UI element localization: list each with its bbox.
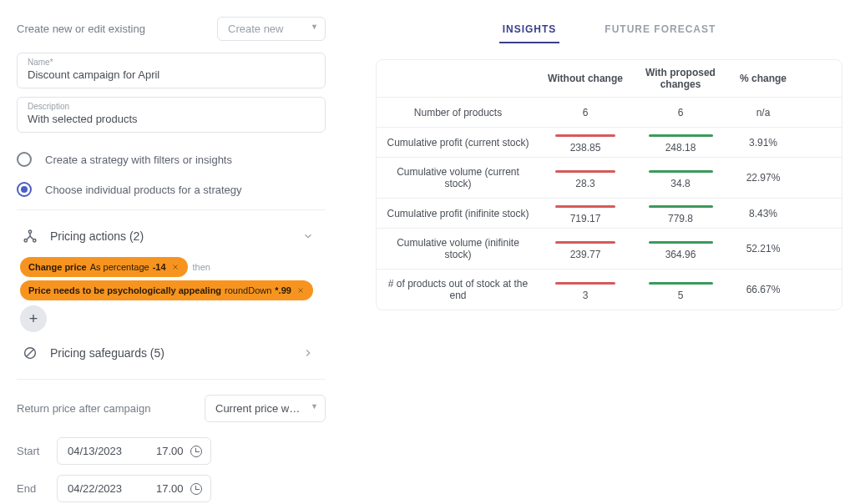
pricing-actions-section[interactable]: Pricing actions (2)	[17, 219, 326, 254]
end-label: End	[17, 482, 57, 495]
red-bar-icon	[555, 241, 615, 244]
return-price-value: Current price when c…	[215, 402, 326, 415]
chip-val: *.99	[275, 285, 291, 295]
clock-icon	[190, 483, 202, 495]
chip-mid: roundDown	[225, 285, 271, 295]
row-label: Cumulative volume (inifinite stock)	[377, 229, 539, 269]
pricing-actions-title: Pricing actions (2)	[50, 229, 291, 243]
table-row: Number of products66n/a	[377, 98, 842, 128]
return-price-label: Return price after campaign	[17, 402, 150, 415]
then-label: then	[193, 262, 210, 272]
red-bar-icon	[555, 282, 615, 285]
header-blank	[377, 70, 539, 87]
table-row: Cumulative volume (inifinite stock)239.7…	[377, 229, 842, 270]
row-label: Cumulative profit (current stock)	[377, 129, 539, 157]
red-bar-icon	[555, 170, 615, 173]
radio-checked-icon	[17, 182, 32, 197]
start-date: 04/13/2023	[58, 438, 148, 464]
close-icon[interactable]	[296, 286, 305, 295]
psych-price-chip[interactable]: Price needs to be psychologically appeal…	[20, 280, 313, 300]
row-value: 5	[631, 277, 730, 303]
block-icon	[22, 345, 38, 360]
chip-val: -14	[153, 262, 166, 272]
radio-icon	[17, 152, 32, 167]
row-change: 3.91%	[730, 130, 797, 155]
create-new-label: Create new	[228, 23, 283, 35]
row-label: Cumulative profit (inifinite stock)	[377, 199, 539, 228]
strategy-individual-option[interactable]: Choose individual products for a strateg…	[17, 178, 326, 201]
row-value: 6	[539, 100, 631, 125]
row-value: 34.8	[631, 165, 730, 191]
name-field[interactable]: Name* Discount campaign for April	[17, 53, 326, 88]
svg-point-2	[33, 239, 36, 242]
row-value: 779.8	[631, 200, 730, 226]
row-change: 22.97%	[730, 165, 797, 190]
pricing-safeguards-section[interactable]: Pricing safeguards (5)	[17, 335, 326, 370]
hub-icon	[22, 229, 38, 244]
row-label: # of products out of stock at the end	[377, 270, 539, 310]
row-value: 239.77	[539, 236, 631, 262]
clock-icon	[190, 446, 202, 457]
row-change: 8.43%	[730, 201, 797, 226]
table-row: Cumulative volume (current stock)28.334.…	[377, 158, 842, 199]
description-label: Description	[28, 102, 315, 111]
end-date: 04/22/2023	[58, 476, 148, 501]
divider	[17, 209, 326, 210]
tab-insights[interactable]: INSIGHTS	[499, 17, 560, 43]
safeguards-title: Pricing safeguards (5)	[50, 346, 291, 360]
green-bar-icon	[649, 205, 713, 208]
start-datetime[interactable]: 04/13/2023 17.00	[57, 437, 211, 465]
name-value: Discount campaign for April	[28, 68, 315, 81]
row-value: 248.18	[631, 129, 730, 155]
add-action-button[interactable]: +	[20, 305, 47, 332]
chip-prefix: Change price	[28, 262, 87, 272]
row-value: 719.17	[539, 200, 631, 226]
header-change: % change	[730, 66, 797, 91]
row-change: 52.21%	[730, 236, 797, 261]
chip-prefix: Price needs to be psychologically appeal…	[28, 285, 221, 295]
chip-mid: As percentage	[90, 262, 149, 272]
table-row: # of products out of stock at the end356…	[377, 270, 842, 310]
row-value: 3	[539, 277, 631, 303]
row-change: 66.67%	[730, 277, 797, 302]
return-price-select[interactable]: Current price when c…	[205, 395, 326, 422]
page-title: Create new or edit existing	[17, 23, 145, 35]
table-row: Cumulative profit (inifinite stock)719.1…	[377, 199, 842, 229]
create-new-select[interactable]: Create new	[217, 17, 326, 41]
chevron-right-icon	[302, 347, 321, 359]
start-time: 17.00	[148, 438, 210, 464]
description-value: With selected products	[28, 113, 315, 125]
svg-point-0	[28, 230, 31, 233]
row-change: n/a	[730, 100, 797, 125]
row-value: 28.3	[539, 165, 631, 191]
header-with: With proposed changes	[631, 60, 730, 97]
green-bar-icon	[649, 241, 713, 244]
header-without: Without change	[539, 66, 631, 91]
end-time: 17.00	[148, 476, 210, 501]
strategy-individual-label: Choose individual products for a strateg…	[45, 184, 242, 196]
row-value: 364.96	[631, 236, 730, 262]
green-bar-icon	[649, 282, 713, 285]
row-value: 6	[631, 100, 730, 125]
row-label: Number of products	[377, 98, 539, 127]
chevron-down-icon	[302, 230, 321, 242]
divider	[17, 379, 326, 380]
description-field[interactable]: Description With selected products	[17, 97, 326, 133]
row-label: Cumulative volume (current stock)	[377, 158, 539, 198]
table-header-row: Without change With proposed changes % c…	[377, 60, 842, 98]
strategy-filters-label: Create a strategy with filters or insigh…	[45, 154, 232, 166]
insights-table: Without change With proposed changes % c…	[376, 59, 842, 310]
row-value: 238.85	[539, 129, 631, 155]
end-datetime[interactable]: 04/22/2023 17.00	[57, 475, 211, 502]
close-icon[interactable]	[171, 263, 180, 271]
name-label: Name*	[28, 58, 315, 67]
start-label: Start	[17, 445, 57, 457]
green-bar-icon	[649, 170, 713, 173]
green-bar-icon	[649, 134, 713, 137]
strategy-filters-option[interactable]: Create a strategy with filters or insigh…	[17, 148, 326, 171]
red-bar-icon	[555, 134, 615, 137]
svg-point-1	[24, 239, 27, 242]
tab-forecast[interactable]: FUTURE FORECAST	[601, 17, 719, 43]
change-price-chip[interactable]: Change price As percentage -14	[20, 257, 188, 277]
red-bar-icon	[555, 205, 615, 208]
